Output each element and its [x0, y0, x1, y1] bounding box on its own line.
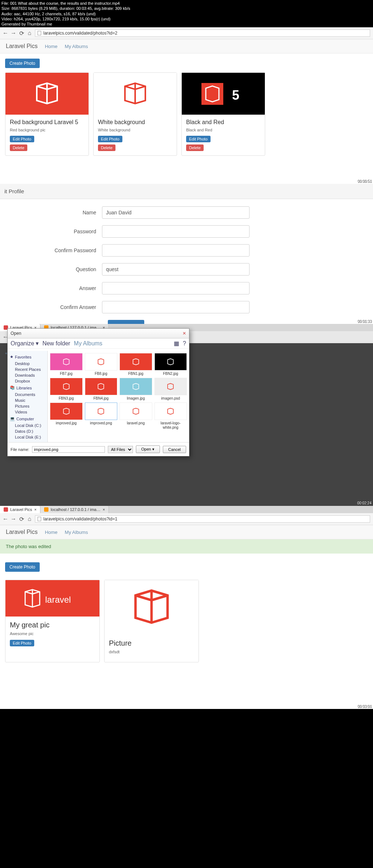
tab-localhost[interactable]: localhost / 127.0.0.1 / ima…× [40, 506, 109, 513]
tab-laravel-pics[interactable]: Laravel Pics× [0, 506, 40, 513]
file-item[interactable]: FBN2.jpg [154, 353, 187, 376]
reload-icon[interactable]: ⟳ [19, 516, 24, 522]
filename-input[interactable] [32, 446, 105, 453]
reload-icon[interactable]: ⟳ [19, 31, 24, 36]
sidebar-disk-c[interactable]: Local Disk (C:) [10, 423, 45, 428]
video-metadata: File: 001 What about the course, the res… [0, 0, 373, 27]
card-title: Black and Red [186, 119, 260, 126]
open-button[interactable]: Open ▾ [136, 445, 160, 453]
home-icon[interactable]: ⌂ [27, 516, 32, 522]
edit-photo-button[interactable]: Edit Photo [98, 136, 122, 142]
sidebar-disk-d[interactable]: Datos (D:) [10, 428, 45, 434]
sidebar-disk-e[interactable]: Local Disk (E:) [10, 434, 45, 440]
sidebar-desktop[interactable]: Desktop [10, 361, 45, 366]
confirm-answer-label: Confirm Answer [7, 304, 102, 310]
file-item[interactable]: imagen.psd [154, 378, 187, 400]
organize-button[interactable]: Organize ▾ [11, 340, 39, 347]
sidebar-documents[interactable]: Documents [10, 392, 45, 397]
new-folder-button[interactable]: New folder [42, 340, 70, 347]
file-item[interactable]: FBN1.jpg [119, 353, 152, 376]
timestamp: 00:03:01 [357, 704, 372, 708]
browser-toolbar: ← → ⟳ ⌂ laravelpics.com/validated/photos… [0, 27, 373, 39]
sidebar-dropbox[interactable]: Dropbox [10, 378, 45, 384]
delete-button[interactable]: Delete [186, 144, 204, 151]
timestamp: 00:01:33 [357, 319, 372, 323]
file-item[interactable]: FBN3.jpg [50, 378, 83, 400]
file-item[interactable]: laravel.png [119, 403, 152, 429]
create-photo-button[interactable]: Create Photo [5, 59, 40, 68]
browser-toolbar: ← → ⟳ ⌂ laravelpics.com/validated/photos… [0, 513, 373, 525]
filename-label: File name: [11, 447, 29, 452]
confirm-password-label: Confirm Password [7, 247, 102, 253]
help-icon[interactable]: ? [183, 340, 186, 347]
card-thumb: 5 [182, 73, 265, 115]
password-label: Password [7, 229, 102, 234]
card-sub: dxfsdt [109, 650, 194, 654]
address-bar[interactable]: laravelpics.com/validated/photos?id=2 [35, 29, 370, 37]
success-alert: The photo was edited [0, 539, 373, 554]
file-item[interactable]: improved.jpg [50, 403, 83, 429]
forward-icon[interactable]: → [11, 516, 16, 522]
address-bar[interactable]: laravelpics.com/validated/photos?id=1 [35, 515, 370, 523]
timestamp: 00:00:51 [357, 179, 372, 183]
forward-icon[interactable]: → [11, 31, 16, 36]
card-thumb: laravel [5, 580, 99, 617]
edit-photo-button[interactable]: Edit Photo [10, 640, 34, 646]
edit-photo-button[interactable]: Edit Photo [10, 136, 34, 142]
close-icon[interactable]: ✕ [182, 331, 186, 336]
meta-file: File: 001 What about the course, the res… [1, 1, 372, 6]
home-icon[interactable]: ⌂ [27, 31, 32, 36]
meta-size: Size: 8687831 bytes (8.29 MiB), duration… [1, 6, 372, 11]
file-item[interactable]: Imagen.jpg [119, 378, 152, 400]
file-item[interactable]: FB8.jpg [85, 353, 118, 376]
password-input[interactable] [102, 225, 250, 238]
nav-home[interactable]: Home [45, 530, 58, 535]
delete-button[interactable]: Delete [10, 144, 27, 151]
sidebar-pictures[interactable]: Pictures [10, 403, 45, 409]
confirm-answer-input[interactable] [102, 301, 250, 313]
close-icon[interactable]: × [34, 507, 36, 512]
timestamp: 00:02:24 [357, 501, 372, 505]
brand[interactable]: Laravel Pics [6, 43, 38, 49]
sidebar-downloads[interactable]: Downloads [10, 372, 45, 378]
view-icon[interactable]: ▦ [174, 340, 179, 347]
confirm-password-input[interactable] [102, 244, 250, 257]
close-icon[interactable]: × [103, 507, 105, 512]
edit-photo-button[interactable]: Edit Photo [186, 136, 211, 142]
svg-text:5: 5 [232, 88, 239, 103]
card-title: My great pic [10, 621, 95, 629]
dialog-footer: File name: All Files Open ▾ Cancel [8, 442, 189, 456]
sidebar-videos[interactable]: Videos [10, 409, 45, 415]
card-thumb [105, 580, 199, 635]
card-sub: Red background pic [10, 128, 84, 132]
brand[interactable]: Laravel Pics [6, 529, 38, 535]
photo-card: laravel My great pic Awesome pic Edit Ph… [5, 580, 100, 662]
file-filter-select[interactable]: All Files [108, 446, 133, 453]
file-item[interactable]: improved.png [85, 403, 118, 429]
back-icon[interactable]: ← [3, 516, 8, 522]
file-item[interactable]: FBN4.jpg [85, 378, 118, 400]
delete-button[interactable]: Delete [98, 144, 115, 151]
nav-home[interactable]: Home [45, 44, 58, 49]
create-photo-button[interactable]: Create Photo [5, 562, 40, 572]
answer-input[interactable] [102, 282, 250, 294]
sidebar-recent[interactable]: Recent Places [10, 366, 45, 372]
my-albums-link[interactable]: My Albums [74, 340, 102, 347]
computer-header[interactable]: 💻 Computer [10, 415, 45, 423]
card-thumb [5, 73, 89, 115]
sidebar-music[interactable]: Music [10, 397, 45, 403]
question-input[interactable] [102, 263, 250, 276]
back-icon[interactable]: ← [3, 31, 8, 36]
file-item[interactable]: laravel-logo-white.png [154, 403, 187, 429]
nav-albums[interactable]: My Albums [65, 44, 88, 49]
name-input[interactable] [102, 206, 250, 219]
cancel-button[interactable]: Cancel [163, 446, 186, 453]
nav-albums[interactable]: My Albums [65, 530, 88, 535]
favorites-header[interactable]: ★ Favorites [10, 353, 45, 361]
svg-text:laravel: laravel [45, 595, 71, 605]
card-sub: Black and Red [186, 128, 260, 132]
card-title: White background [98, 119, 172, 126]
file-item[interactable]: FB7.jpg [50, 353, 83, 376]
url-text: laravelpics.com/validated/photos?id=2 [43, 31, 117, 36]
libraries-header[interactable]: 📚 Libraries [10, 384, 45, 392]
